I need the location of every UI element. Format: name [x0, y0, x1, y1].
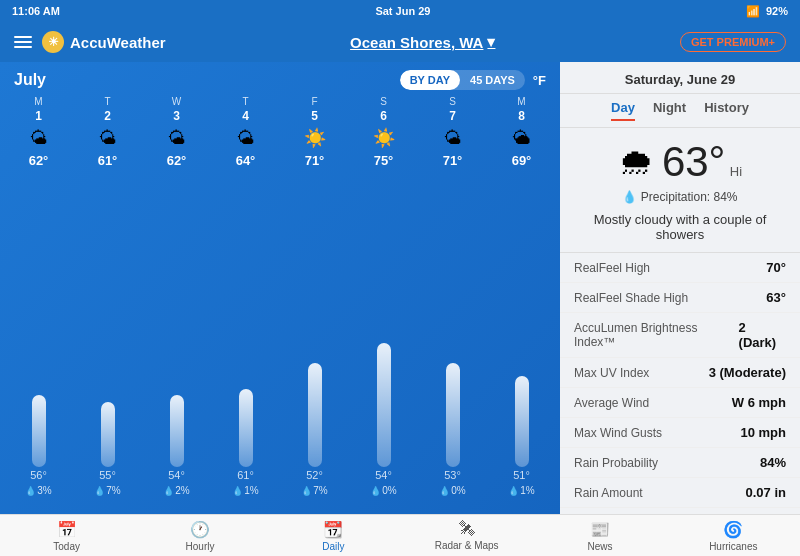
temp-bar: [170, 395, 184, 467]
detail-label: Max UV Index: [574, 366, 649, 380]
low-temp: 53°: [444, 469, 461, 481]
day-num: 8: [518, 109, 525, 123]
day-letter: S: [380, 96, 387, 107]
radar-label: Radar & Maps: [435, 540, 499, 551]
bar-container: [513, 170, 531, 467]
precip: 💧2%: [163, 485, 189, 496]
day-icon: ☀️: [304, 127, 326, 149]
high-temp: 62°: [167, 153, 187, 168]
detail-label: RealFeel Shade High: [574, 291, 688, 305]
nav-item-hurricanes[interactable]: 🌀 Hurricanes: [667, 520, 800, 552]
location-dropdown-icon: ▾: [487, 33, 495, 51]
day-col-3[interactable]: W 3 🌤 62° 54° 💧2%: [142, 94, 211, 498]
day-col-1[interactable]: M 1 🌤 62° 56° 💧3%: [4, 94, 73, 498]
detail-row: Max UV Index 3 (Moderate): [560, 358, 800, 388]
temp-block: 63° Hi: [662, 138, 742, 186]
bottom-nav: 📅 Today 🕐 Hourly 📆 Daily 🛰 Radar & Maps …: [0, 514, 800, 556]
detail-row: RealFeel High 70°: [560, 253, 800, 283]
battery-label: 92%: [766, 5, 788, 17]
right-panel: Saturday, June 29 Day Night History 🌧 63…: [560, 62, 800, 514]
nav-item-today[interactable]: 📅 Today: [0, 520, 133, 552]
day-num: 4: [242, 109, 249, 123]
day-col-6[interactable]: S 6 ☀️ 75° 54° 💧0%: [349, 94, 418, 498]
day-letter: W: [172, 96, 181, 107]
day-letter: M: [517, 96, 525, 107]
details-container: RealFeel High 70° RealFeel Shade High 63…: [560, 253, 800, 508]
unit-toggle[interactable]: °F: [533, 73, 546, 88]
wifi-icon: 📶: [746, 5, 760, 18]
menu-button[interactable]: [14, 36, 32, 48]
detail-value: 3 (Moderate): [709, 365, 786, 380]
detail-label: RealFeel High: [574, 261, 650, 275]
header-left: ☀ AccuWeather: [14, 31, 166, 53]
right-tabs: Day Night History: [560, 94, 800, 128]
day-col-8[interactable]: M 8 🌥 69° 51° 💧1%: [487, 94, 556, 498]
low-temp: 54°: [168, 469, 185, 481]
tab-history[interactable]: History: [704, 100, 749, 121]
tab-night[interactable]: Night: [653, 100, 686, 121]
hi-label: Hi: [730, 164, 742, 179]
detail-row: RealFeel Shade High 63°: [560, 283, 800, 313]
low-temp: 56°: [30, 469, 47, 481]
temp-bar: [515, 376, 529, 467]
day-col-5[interactable]: F 5 ☀️ 71° 52° 💧7%: [280, 94, 349, 498]
low-temp: 61°: [237, 469, 254, 481]
bar-container: [306, 170, 324, 467]
precip: 💧1%: [508, 485, 534, 496]
temp-bar: [377, 343, 391, 467]
days-grid: M 1 🌤 62° 56° 💧3% T 2 🌤 61° 55° 💧7% W 3 …: [0, 94, 560, 498]
day-icon: 🌤: [444, 127, 462, 149]
day-col-4[interactable]: T 4 🌤 64° 61° 💧1%: [211, 94, 280, 498]
controls-right: BY DAY 45 DAYS °F: [400, 70, 546, 90]
detail-label: Max Wind Gusts: [574, 426, 662, 440]
detail-value: 63°: [766, 290, 786, 305]
radar-icon: 🛰: [459, 520, 475, 538]
detail-label: Rain Amount: [574, 486, 643, 500]
day-col-7[interactable]: S 7 🌤 71° 53° 💧0%: [418, 94, 487, 498]
detail-row: Average Wind W 6 mph: [560, 388, 800, 418]
temp-bar: [446, 363, 460, 467]
hurricanes-label: Hurricanes: [709, 541, 757, 552]
high-temp: 69°: [512, 153, 532, 168]
bar-container: [375, 170, 393, 467]
detail-row: Rain Probability 84%: [560, 448, 800, 478]
daily-icon: 📆: [323, 520, 343, 539]
today-icon: 📅: [57, 520, 77, 539]
location-selector[interactable]: Ocean Shores, WA ▾: [350, 33, 495, 51]
controls-row: July BY DAY 45 DAYS °F: [0, 62, 560, 94]
day-col-2[interactable]: T 2 🌤 61° 55° 💧7%: [73, 94, 142, 498]
premium-button[interactable]: GET PREMIUM+: [680, 32, 786, 52]
logo: ☀ AccuWeather: [42, 31, 166, 53]
detail-row: Rain Amount 0.07 in: [560, 478, 800, 508]
tab-day[interactable]: Day: [611, 100, 635, 121]
status-right: 📶 92%: [746, 5, 788, 18]
by-day-toggle[interactable]: BY DAY: [400, 70, 460, 90]
low-temp: 51°: [513, 469, 530, 481]
detail-value: W 6 mph: [732, 395, 786, 410]
day-icon: ☀️: [373, 127, 395, 149]
detail-label: AccuLumen Brightness Index™: [574, 321, 739, 349]
detail-value: 70°: [766, 260, 786, 275]
nav-item-news[interactable]: 📰 News: [533, 520, 666, 552]
status-time: 11:06 AM: [12, 5, 60, 17]
high-temp: 75°: [374, 153, 394, 168]
45-days-toggle[interactable]: 45 DAYS: [460, 70, 525, 90]
high-temp: 61°: [98, 153, 118, 168]
nav-item-radar[interactable]: 🛰 Radar & Maps: [400, 520, 533, 551]
nav-item-daily[interactable]: 📆 Daily: [267, 520, 400, 552]
day-num: 6: [380, 109, 387, 123]
precip: 💧3%: [25, 485, 51, 496]
low-temp: 55°: [99, 469, 116, 481]
precip: 💧0%: [370, 485, 396, 496]
high-temp: 62°: [29, 153, 49, 168]
location-text: Ocean Shores, WA: [350, 34, 483, 51]
day-letter: M: [34, 96, 42, 107]
nav-item-hourly[interactable]: 🕐 Hourly: [133, 520, 266, 552]
view-toggle: BY DAY 45 DAYS: [400, 70, 525, 90]
detail-value: 10 mph: [740, 425, 786, 440]
bar-container: [237, 170, 255, 467]
day-num: 2: [104, 109, 111, 123]
day-letter: T: [104, 96, 110, 107]
logo-icon: ☀: [42, 31, 64, 53]
low-temp: 52°: [306, 469, 323, 481]
